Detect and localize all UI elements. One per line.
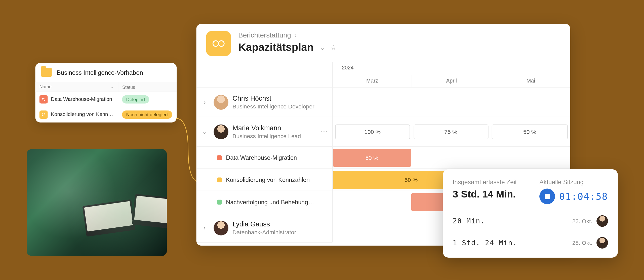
person-role: Business Intelligence Developer bbox=[232, 103, 314, 110]
avatar bbox=[214, 95, 228, 109]
capacity-bar[interactable]: 50 % bbox=[492, 124, 568, 139]
capacity-bar[interactable]: 75 % bbox=[414, 124, 488, 139]
avatar bbox=[596, 237, 608, 249]
entry-duration: 1 Std. 24 Min. bbox=[453, 239, 517, 247]
session-timer: 01:04:58 bbox=[559, 191, 608, 202]
folder-icon bbox=[41, 68, 52, 77]
person-row[interactable]: › Lydia Gauss Datenbank-Administrator bbox=[196, 213, 333, 243]
svg-rect-2 bbox=[42, 113, 44, 114]
person-name: Lydia Gauss bbox=[232, 220, 296, 228]
table-row[interactable]: Konsolidierung von Kenn… Noch nicht dele… bbox=[35, 107, 177, 122]
entry-date: 23. Okt. bbox=[572, 218, 592, 224]
decorative-photo bbox=[27, 149, 167, 256]
task-label: Konsolidierung von Kennzahlen bbox=[226, 176, 310, 183]
more-icon[interactable]: ⋯ bbox=[321, 128, 327, 136]
person-row[interactable]: › Chris Höchst Business Intelligence Dev… bbox=[196, 88, 333, 117]
capacity-bar[interactable]: 100 % bbox=[335, 124, 410, 139]
total-time-value: 3 Std. 14 Min. bbox=[453, 189, 517, 200]
total-time-label: Insgesamt erfasste Zeit bbox=[453, 178, 517, 185]
title-dropdown[interactable]: ⌄ bbox=[319, 44, 325, 51]
project-name: Data Warehouse-Migration bbox=[51, 96, 112, 102]
project-icon bbox=[39, 95, 48, 104]
year-label: 2024 bbox=[333, 62, 570, 75]
month-header: April bbox=[412, 75, 491, 87]
task-row[interactable]: Konsolidierung von Kennzahlen bbox=[196, 169, 333, 191]
expand-toggle[interactable]: › bbox=[200, 224, 210, 231]
app-icon bbox=[206, 31, 231, 56]
bi-projects-card: Business Intelligence-Vorhaben Name⌄ Sta… bbox=[35, 63, 177, 123]
time-entry[interactable]: 20 Min. 23. Okt. bbox=[453, 210, 608, 232]
page-title: Kapazitätsplan bbox=[238, 41, 314, 54]
project-name: Konsolidierung von Kenn… bbox=[51, 111, 113, 117]
time-tracking-card: Insgesamt erfasste Zeit 3 Std. 14 Min. A… bbox=[443, 169, 618, 258]
task-row[interactable]: Nachverfolgung und Behebung… bbox=[196, 191, 333, 213]
expand-toggle[interactable]: › bbox=[200, 98, 210, 106]
session-label: Aktuelle Sitzung bbox=[539, 178, 608, 185]
timeline-row: 100 % 75 % 50 % bbox=[333, 117, 570, 147]
person-name: Chris Höchst bbox=[232, 95, 314, 102]
person-name: Maria Volkmann bbox=[232, 124, 301, 132]
avatar bbox=[214, 124, 228, 139]
status-badge: Noch nicht delegiert bbox=[122, 110, 172, 119]
chevron-right-icon: › bbox=[294, 31, 297, 39]
avatar bbox=[596, 215, 608, 227]
task-row[interactable]: Data Warehouse-Migration bbox=[196, 147, 333, 169]
status-badge: Delegiert bbox=[122, 95, 149, 104]
timeline-row bbox=[333, 88, 570, 117]
entry-duration: 20 Min. bbox=[453, 217, 485, 225]
svg-rect-4 bbox=[42, 115, 44, 116]
month-header: Mai bbox=[491, 75, 570, 87]
expand-toggle[interactable]: ⌄ bbox=[200, 128, 210, 136]
project-icon bbox=[39, 110, 48, 119]
table-row[interactable]: Data Warehouse-Migration Delegiert bbox=[35, 92, 177, 107]
task-label: Nachverfolgung und Behebung… bbox=[226, 199, 314, 205]
task-bar[interactable]: 50 % bbox=[333, 148, 411, 167]
entry-date: 28. Okt. bbox=[572, 239, 592, 246]
task-color-dot bbox=[217, 155, 222, 160]
svg-point-1 bbox=[44, 100, 45, 101]
person-row[interactable]: ⌄ Maria Volkmann Business Intelligence L… bbox=[196, 117, 333, 147]
task-color-dot bbox=[217, 199, 222, 205]
task-label: Data Warehouse-Migration bbox=[226, 154, 297, 161]
svg-point-6 bbox=[219, 41, 224, 46]
col-status[interactable]: Status bbox=[118, 82, 177, 92]
people-column: › Chris Höchst Business Intelligence Dev… bbox=[196, 62, 333, 243]
avatar bbox=[214, 220, 228, 235]
timeline-row: 50 % bbox=[333, 147, 570, 169]
month-header: März bbox=[333, 75, 412, 87]
favorite-star-icon[interactable]: ☆ bbox=[331, 44, 336, 51]
time-entry[interactable]: 1 Std. 24 Min. 28. Okt. bbox=[453, 232, 608, 254]
col-name[interactable]: Name⌄ bbox=[35, 82, 118, 92]
task-color-dot bbox=[217, 177, 222, 182]
projects-table: Name⌄ Status Data Warehouse-Migration De… bbox=[35, 82, 177, 123]
stop-icon bbox=[545, 194, 550, 199]
sort-icon[interactable]: ⌄ bbox=[110, 84, 114, 90]
svg-point-0 bbox=[42, 98, 43, 99]
person-role: Datenbank-Administrator bbox=[232, 229, 296, 235]
svg-point-5 bbox=[213, 41, 219, 46]
breadcrumb[interactable]: Berichterstattung › bbox=[238, 31, 336, 39]
stop-timer-button[interactable] bbox=[539, 189, 555, 204]
person-role: Business Intelligence Lead bbox=[232, 133, 301, 139]
svg-rect-3 bbox=[44, 113, 45, 114]
small-card-title: Business Intelligence-Vorhaben bbox=[57, 69, 143, 76]
